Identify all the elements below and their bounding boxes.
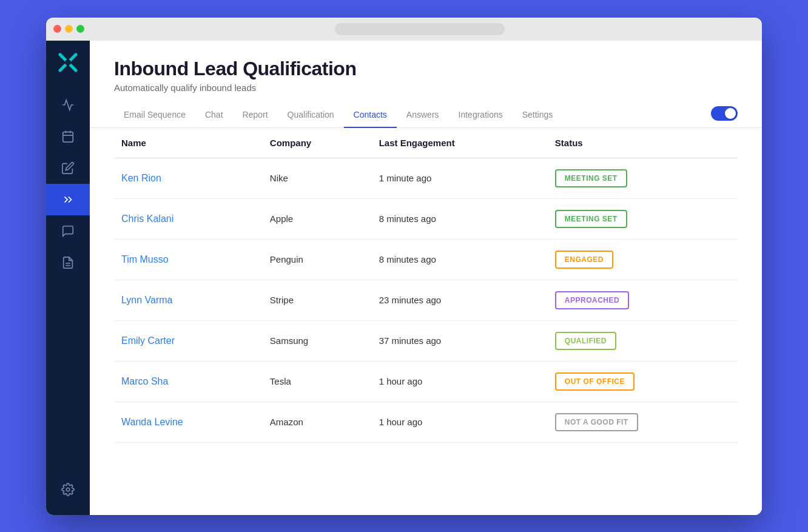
svg-point-2	[65, 59, 71, 66]
contact-engagement: 1 hour ago	[372, 402, 548, 442]
tab-settings[interactable]: Settings	[513, 105, 563, 128]
svg-point-9	[66, 488, 70, 491]
url-bar[interactable]	[335, 23, 505, 35]
tab-report[interactable]: Report	[233, 105, 278, 128]
contact-name[interactable]: Ken Rion	[121, 173, 161, 183]
table-row: Ken RionNike1 minute agoMEETING SET	[114, 158, 738, 198]
contact-name[interactable]: Marco Sha	[121, 376, 168, 386]
contact-engagement: 8 minutes ago	[372, 239, 548, 280]
contact-company: Stripe	[263, 280, 372, 320]
contact-engagement: 1 hour ago	[372, 361, 548, 402]
contact-name-cell[interactable]: Emily Carter	[114, 320, 263, 361]
table-row: Lynn VarmaStripe23 minutes agoAPPROACHED	[114, 280, 738, 320]
sidebar-bottom	[46, 474, 90, 515]
contact-status-cell: MEETING SET	[548, 198, 738, 239]
contact-name[interactable]: Chris Kalani	[121, 214, 173, 224]
titlebar-center	[84, 23, 755, 35]
tabs-nav: Email Sequence Chat Report Qualification…	[90, 93, 762, 128]
app-window: Inbound Lead Qualification Automatically…	[46, 18, 762, 515]
calendar-icon	[61, 130, 75, 143]
contact-status-cell: NOT A GOOD FIT	[548, 402, 738, 442]
contact-company: Nike	[263, 158, 372, 198]
table-row: Chris KalaniApple8 minutes agoMEETING SE…	[114, 198, 738, 239]
brand-logo-icon	[56, 51, 79, 74]
sidebar-item-document[interactable]	[46, 247, 90, 278]
traffic-lights	[53, 25, 84, 33]
table-row: Wanda LevineAmazon1 hour agoNOT A GOOD F…	[114, 402, 738, 442]
contact-company: Amazon	[263, 402, 372, 442]
sidebar-item-calendar[interactable]	[46, 121, 90, 152]
page-title: Inbound Lead Qualification	[114, 58, 738, 80]
contact-engagement: 23 minutes ago	[372, 280, 548, 320]
contact-name[interactable]: Emily Carter	[121, 335, 175, 346]
sidebar-item-settings[interactable]	[46, 474, 90, 505]
minimize-button[interactable]	[65, 25, 73, 33]
contacts-table-container: Name Company Last Engagement Status Ken …	[90, 128, 762, 515]
contact-name-cell[interactable]: Lynn Varma	[114, 280, 263, 320]
col-header-status: Status	[548, 128, 738, 158]
sidebar	[46, 41, 90, 515]
col-header-name: Name	[114, 128, 263, 158]
contact-name-cell[interactable]: Tim Musso	[114, 239, 263, 280]
table-row: Tim MussoPenguin8 minutes agoENGAGED	[114, 239, 738, 280]
edit-icon	[61, 161, 75, 175]
document-icon	[61, 256, 75, 269]
contact-company: Apple	[263, 198, 372, 239]
tab-qualification[interactable]: Qualification	[278, 105, 344, 128]
status-badge: QUALIFIED	[555, 332, 616, 350]
settings-icon	[61, 483, 75, 496]
status-badge: APPROACHED	[555, 291, 629, 309]
sidebar-logo	[46, 41, 90, 84]
contact-engagement: 8 minutes ago	[372, 198, 548, 239]
titlebar	[46, 18, 762, 41]
status-badge: NOT A GOOD FIT	[555, 413, 638, 431]
contact-name-cell[interactable]: Wanda Levine	[114, 402, 263, 442]
contact-name[interactable]: Tim Musso	[121, 254, 169, 264]
chart-icon	[61, 98, 75, 112]
sidebar-item-chat[interactable]	[46, 215, 90, 247]
contacts-tbody: Ken RionNike1 minute agoMEETING SETChris…	[114, 158, 738, 442]
contact-status-cell: APPROACHED	[548, 280, 738, 320]
app-body: Inbound Lead Qualification Automatically…	[46, 41, 762, 515]
contact-name[interactable]: Wanda Levine	[121, 417, 183, 427]
table-header: Name Company Last Engagement Status	[114, 128, 738, 158]
status-badge: ENGAGED	[555, 251, 613, 269]
contact-status-cell: ENGAGED	[548, 239, 738, 280]
svg-rect-3	[63, 132, 73, 142]
tab-chat[interactable]: Chat	[195, 105, 233, 128]
tab-answers[interactable]: Answers	[397, 105, 449, 128]
table-row: Emily CarterSamsung37 minutes agoQUALIFI…	[114, 320, 738, 361]
sidebar-nav	[46, 84, 90, 278]
page-subtitle: Automatically qualify inbound leads	[114, 82, 738, 93]
contact-status-cell: OUT OF OFFICE	[548, 361, 738, 402]
col-header-engagement: Last Engagement	[372, 128, 548, 158]
contact-name[interactable]: Lynn Varma	[121, 295, 172, 305]
message-icon	[61, 224, 75, 238]
contact-name-cell[interactable]: Ken Rion	[114, 158, 263, 198]
contact-engagement: 37 minutes ago	[372, 320, 548, 361]
col-header-company: Company	[263, 128, 372, 158]
sidebar-item-edit[interactable]	[46, 152, 90, 184]
close-button[interactable]	[53, 25, 61, 33]
tab-email-sequence[interactable]: Email Sequence	[114, 105, 195, 128]
contact-name-cell[interactable]: Marco Sha	[114, 361, 263, 402]
contact-status-cell: MEETING SET	[548, 158, 738, 198]
sidebar-item-chart[interactable]	[46, 89, 90, 121]
contacts-table: Name Company Last Engagement Status Ken …	[114, 128, 738, 443]
tab-integrations[interactable]: Integrations	[449, 105, 513, 128]
header-container: Inbound Lead Qualification Automatically…	[90, 41, 762, 128]
status-badge: MEETING SET	[555, 169, 627, 187]
chevrons-right-icon	[61, 193, 75, 206]
maximize-button[interactable]	[76, 25, 84, 33]
contact-name-cell[interactable]: Chris Kalani	[114, 198, 263, 239]
main-content: Inbound Lead Qualification Automatically…	[90, 41, 762, 515]
contact-company: Samsung	[263, 320, 372, 361]
sidebar-item-chevron[interactable]	[46, 184, 90, 215]
content-header: Inbound Lead Qualification Automatically…	[90, 41, 762, 93]
contact-status-cell: QUALIFIED	[548, 320, 738, 361]
table-row: Marco ShaTesla1 hour agoOUT OF OFFICE	[114, 361, 738, 402]
status-badge: OUT OF OFFICE	[555, 372, 635, 391]
contact-company: Tesla	[263, 361, 372, 402]
contact-engagement: 1 minute ago	[372, 158, 548, 198]
tab-contacts[interactable]: Contacts	[344, 105, 397, 128]
